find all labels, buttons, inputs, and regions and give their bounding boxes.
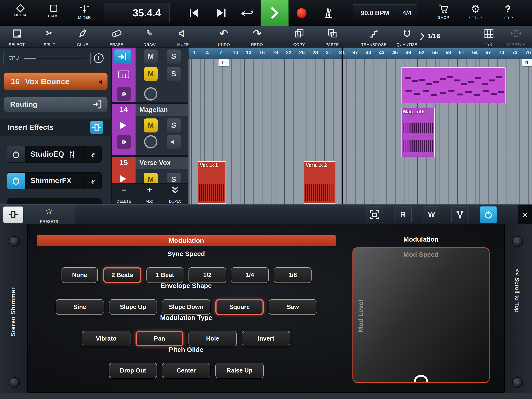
effect-slot-shimmerfx[interactable]: ShimmerFX e [7, 172, 102, 189]
play-button[interactable] [260, 0, 289, 26]
record-button[interactable] [294, 0, 309, 26]
track13-record-arm-button[interactable] [144, 87, 157, 101]
option-1-4[interactable]: 1/4 [231, 267, 269, 283]
metronome-button[interactable] [320, 0, 336, 26]
close-panel-button[interactable]: × [518, 205, 532, 225]
duplicate-track-button[interactable]: DUPLC [165, 186, 185, 203]
go-to-end-button[interactable] [213, 0, 229, 26]
option-pan[interactable]: Pan [136, 331, 184, 346]
studioeq-power-button[interactable] [7, 146, 26, 163]
audio-clip-verse2[interactable]: Vers...x 2 [304, 161, 335, 204]
pads-button[interactable]: PADS [42, 2, 65, 25]
draw-tool[interactable]: ✎ DRAW [133, 28, 166, 47]
modulation-xy-pad[interactable]: Mod Speed Mod Level [352, 247, 489, 383]
undo-button[interactable]: ↶ UNDO [207, 28, 241, 47]
track13-mute-button-active[interactable]: M [144, 67, 158, 81]
bpm-value[interactable]: 90.0 BPM [353, 9, 397, 17]
select-tool[interactable]: SELECT [0, 28, 33, 47]
timeline-ruler[interactable]: 1471013161922252831343740434649525558616… [189, 48, 532, 59]
track14-solo-button[interactable]: S [167, 118, 181, 133]
option-vibrato[interactable]: Vibrato [82, 331, 130, 346]
track13-solo-button[interactable]: S [167, 50, 181, 64]
midi-clip[interactable] [401, 67, 506, 103]
copy-button[interactable]: COPY [282, 28, 316, 47]
option-slope-up[interactable]: Slope Up [109, 299, 157, 315]
redo-button[interactable]: ↷ REDO [240, 28, 274, 47]
selected-track-header[interactable]: 16 Vox Bounce ◀ [4, 72, 108, 90]
track14-freeze-button[interactable]: ❄ [117, 135, 131, 149]
alert-button[interactable]: ! [94, 53, 104, 63]
option-slope-down[interactable]: Slope Down [162, 299, 210, 315]
mixer-button[interactable]: MIXER [73, 2, 96, 25]
option-none[interactable]: None [62, 267, 98, 283]
media-button[interactable]: MEDIA [9, 2, 32, 25]
transpose-button[interactable]: TRANSPOSE [357, 28, 391, 47]
audio-clip-verse1[interactable]: Ver...x 1 [198, 161, 226, 204]
help-button[interactable]: ? HELP [495, 2, 521, 25]
shimmerfx-power-button[interactable] [7, 172, 26, 189]
plugin-right-rail[interactable]: << Scroll to Top [505, 224, 532, 399]
loop-button[interactable]: ↩ [235, 0, 259, 26]
time-position-display[interactable]: 35.4.4 [104, 3, 170, 23]
shimmerfx-edit-button[interactable]: e [84, 172, 101, 189]
option-drop-out[interactable]: Drop Out [109, 363, 157, 378]
track14-monitor-button[interactable] [167, 135, 181, 149]
option-invert[interactable]: Invert [242, 331, 290, 346]
option-1-2[interactable]: 1/2 [189, 267, 226, 283]
write-automation-button[interactable]: W [423, 206, 440, 223]
track14-record-arm-button[interactable] [144, 135, 157, 148]
track14-header[interactable]: 14 Magellan [112, 104, 189, 116]
effect-slot-studioeq[interactable]: StudioEQ e [7, 146, 102, 163]
setup-button[interactable]: ⚙ SETUP [463, 2, 488, 25]
track13-mute-button[interactable]: M [144, 50, 158, 64]
option-center[interactable]: Center [162, 363, 210, 378]
option-1-8[interactable]: 1/8 [274, 267, 311, 283]
routing-button[interactable]: Routing [4, 97, 108, 112]
insert-effects-icon[interactable] [90, 121, 103, 134]
option-hole[interactable]: Hole [189, 331, 237, 346]
insert-effects-tab-button[interactable] [3, 206, 23, 223]
glue-tool[interactable]: GLUE [66, 28, 99, 47]
mute-tool[interactable]: MUTE [166, 28, 200, 47]
effect-power-button[interactable] [480, 206, 497, 223]
go-to-start-button[interactable] [186, 0, 202, 26]
left-locator-flag[interactable]: L [218, 59, 229, 66]
split-tool[interactable]: ✂ SPLIT [33, 28, 66, 47]
option-raise-up[interactable]: Raise Up [215, 363, 264, 378]
track13-freeze-button[interactable]: ❄ [117, 87, 131, 101]
right-locator-flag[interactable]: R [522, 59, 532, 66]
shop-button[interactable]: SHOP [431, 2, 456, 25]
track13-solo-button-2[interactable]: S [167, 67, 181, 81]
next-effect-slot[interactable] [7, 198, 102, 204]
option-sine[interactable]: Sine [56, 299, 104, 315]
quantize-value-selector[interactable]: 1/16 [420, 32, 440, 40]
read-automation-button[interactable]: R [394, 206, 412, 223]
audio-clip-magellan[interactable]: Mag...nth [401, 108, 435, 157]
track14-play-icon[interactable] [120, 122, 126, 129]
collapse-arrow-icon[interactable]: ◀ [98, 78, 102, 84]
delete-track-button[interactable]: − DELETE [114, 186, 133, 203]
track15-header[interactable]: 15 Verse Vox [112, 157, 189, 169]
routing-nodes-button[interactable] [451, 206, 469, 223]
insert-effects-section[interactable]: Insert Effects [0, 119, 112, 135]
track15-play-icon[interactable] [120, 175, 126, 182]
focus-view-button[interactable] [366, 206, 383, 223]
quantize-button[interactable]: QUANTIZE [390, 28, 424, 47]
presets-button[interactable]: ☆ PRESETS [34, 206, 64, 225]
studioeq-edit-button[interactable]: e [84, 146, 101, 163]
option-square[interactable]: Square [215, 299, 264, 315]
playhead[interactable] [342, 48, 343, 204]
section-title: Pitch Glide [28, 346, 345, 354]
option-saw[interactable]: Saw [269, 299, 317, 315]
tempo-box[interactable]: 90.0 BPM 4/4 [353, 4, 417, 21]
scroll-to-playhead-button[interactable] [114, 50, 131, 64]
option-2-beats[interactable]: 2 Beats [103, 267, 141, 283]
scroll-to-top-hint[interactable]: << Scroll to Top [514, 269, 521, 313]
track14-mute-button[interactable]: M [144, 118, 158, 133]
time-signature[interactable]: 4/4 [397, 9, 417, 17]
xy-pad-handle[interactable] [414, 375, 428, 383]
option-1-beat[interactable]: 1 Beat [146, 267, 184, 283]
paste-button[interactable]: PASTE [316, 28, 349, 47]
add-track-button[interactable]: + ADD [140, 186, 159, 203]
erase-tool[interactable]: ERASE [100, 28, 133, 47]
